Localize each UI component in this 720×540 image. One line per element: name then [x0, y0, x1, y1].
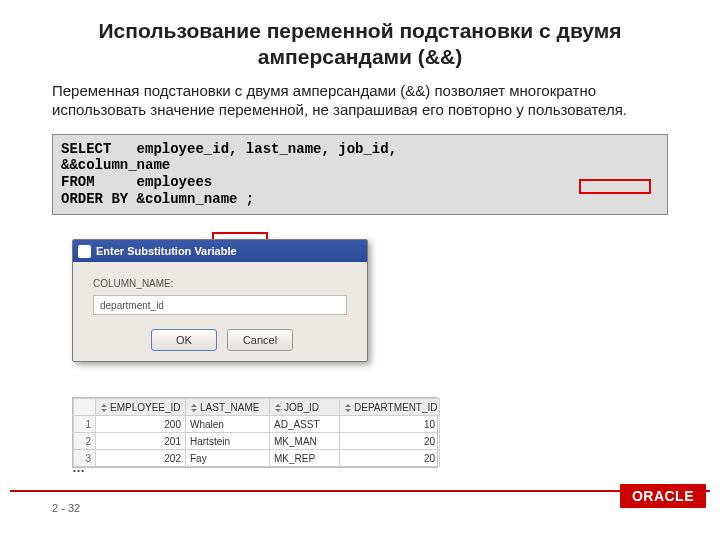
table-row: 2 201 Hartstein MK_MAN 20	[74, 433, 440, 450]
row-number-header	[74, 399, 96, 416]
highlight-box-1	[579, 179, 651, 194]
results-grid: EMPLOYEE_ID LAST_NAME JOB_ID DEPARTMENT_…	[72, 397, 438, 468]
sort-icon	[344, 404, 352, 412]
col-last-name[interactable]: LAST_NAME	[186, 399, 270, 416]
substitution-dialog: Enter Substitution Variable COLUMN_NAME:…	[72, 239, 368, 362]
page-number: 2 - 32	[52, 502, 80, 514]
dialog-field-label: COLUMN_NAME:	[93, 278, 351, 289]
dialog-title-icon	[78, 245, 91, 258]
sql-code-block: SELECT employee_id, last_name, job_id, &…	[52, 134, 668, 215]
footer-divider	[10, 490, 710, 492]
slide-footer: 2 - 32 ORACLE	[0, 490, 720, 522]
brand-area: ORACLE	[620, 484, 706, 508]
dialog-cancel-button[interactable]: Cancel	[227, 329, 293, 351]
dialog-title-text: Enter Substitution Variable	[96, 245, 237, 257]
sort-icon	[274, 404, 282, 412]
slide-description: Переменная подстановки с двумя амперсанд…	[0, 81, 720, 130]
sort-icon	[100, 404, 108, 412]
table-row: 1 200 Whalen AD_ASST 10	[74, 416, 440, 433]
dialog-titlebar: Enter Substitution Variable	[73, 240, 367, 262]
col-job-id[interactable]: JOB_ID	[270, 399, 340, 416]
results-header-row: EMPLOYEE_ID LAST_NAME JOB_ID DEPARTMENT_…	[74, 399, 440, 416]
ellipsis-indicator: …	[72, 460, 85, 475]
dialog-ok-button[interactable]: OK	[151, 329, 217, 351]
col-employee-id[interactable]: EMPLOYEE_ID	[96, 399, 186, 416]
sort-icon	[190, 404, 198, 412]
oracle-logo: ORACLE	[620, 484, 706, 508]
slide-title: Использование переменной подстановки с д…	[0, 0, 720, 81]
table-row: 3 202 Fay MK_REP 20	[74, 450, 440, 467]
col-department-id[interactable]: DEPARTMENT_ID	[340, 399, 440, 416]
dialog-field-input[interactable]: department_id	[93, 295, 347, 315]
